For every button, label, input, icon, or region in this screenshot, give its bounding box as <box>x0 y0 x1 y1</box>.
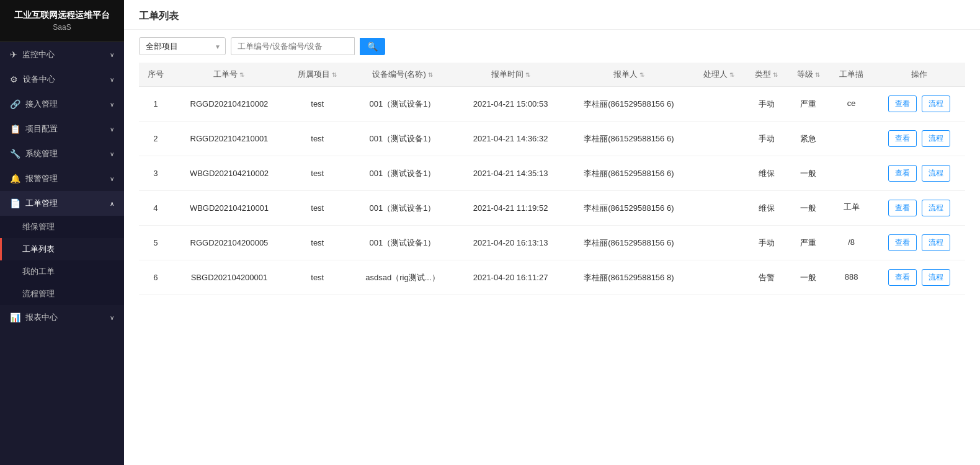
cell-report-time: 2021-04-21 14:36:32 <box>457 122 565 156</box>
sidebar-item-device[interactable]: ⚙ 设备中心 ∨ <box>0 67 124 92</box>
cell-project: test <box>286 156 349 191</box>
cell-project: test <box>286 87 349 122</box>
sidebar: 工业互联网远程运维平台 SaaS ✈ 监控中心 ∨ ⚙ 设备中心 ∨ 🔗 接入管… <box>0 0 124 465</box>
cell-report-time: 2021-04-20 16:11:27 <box>457 260 565 295</box>
cell-seq: 2 <box>139 122 172 156</box>
cell-project: test <box>286 226 349 260</box>
col-actions: 操作 <box>873 63 965 87</box>
cell-seq: 1 <box>139 87 172 122</box>
sort-icon: ⇅ <box>639 71 644 78</box>
cell-seq: 3 <box>139 156 172 191</box>
sidebar-label-system: 系统管理 <box>25 148 58 159</box>
cell-type: 手动 <box>746 87 788 122</box>
cell-report-time: 2021-04-20 16:13:13 <box>457 226 565 260</box>
cell-type: 手动 <box>746 122 788 156</box>
cell-status: 888 <box>829 260 873 295</box>
flow-button[interactable]: 流程 <box>922 269 950 286</box>
project-icon: 📋 <box>10 124 20 134</box>
table-wrapper: 序号 工单号⇅ 所属项目⇅ 设备编号(名称)⇅ 报单时间⇅ 报单人⇅ 处理人⇅ … <box>124 63 980 465</box>
cell-seq: 6 <box>139 260 172 295</box>
col-level: 等级⇅ <box>788 63 830 87</box>
sidebar-label-project: 项目配置 <box>25 123 58 135</box>
chevron-down-icon: ∨ <box>110 126 114 133</box>
cell-level: 一般 <box>788 156 830 191</box>
sidebar-nav: ✈ 监控中心 ∨ ⚙ 设备中心 ∨ 🔗 接入管理 ∨ 📋 项目配置 ∨ 🔧 系统… <box>0 42 124 330</box>
col-workorder-no: 工单号⇅ <box>172 63 286 87</box>
cell-workorder-no: SBGD202104200001 <box>172 260 286 295</box>
chevron-down-icon: ∨ <box>110 314 114 321</box>
page-title: 工单列表 <box>139 11 179 21</box>
view-button[interactable]: 查看 <box>888 95 917 112</box>
cell-reporter: 李桂丽(861529588156 6) <box>565 226 693 260</box>
cell-reporter: 李桂丽(861529588156 6) <box>565 191 693 226</box>
cell-actions: 查看 流程 <box>873 122 965 156</box>
table-row: 1 RGGD202104210002 test 001（测试设备1） 2021-… <box>139 87 965 122</box>
sidebar-item-workorder-list[interactable]: 工单列表 <box>0 238 124 260</box>
sidebar-item-system[interactable]: 🔧 系统管理 ∨ <box>0 141 124 166</box>
table-row: 5 RGGD202104200005 test 001（测试设备1） 2021-… <box>139 226 965 260</box>
cell-level: 一般 <box>788 191 830 226</box>
sidebar-item-report[interactable]: 📊 报表中心 ∨ <box>0 305 124 330</box>
table-row: 3 WBGD202104210002 test 001（测试设备1） 2021-… <box>139 156 965 191</box>
cell-device: 001（测试设备1） <box>349 191 456 226</box>
flow-button[interactable]: 流程 <box>922 95 950 112</box>
cell-actions: 查看 流程 <box>873 156 965 191</box>
view-button[interactable]: 查看 <box>888 200 917 216</box>
cell-handler <box>693 260 746 295</box>
sidebar-label-monitor: 监控中心 <box>22 49 55 60</box>
chevron-down-icon: ∨ <box>110 76 114 83</box>
sidebar-item-access[interactable]: 🔗 接入管理 ∨ <box>0 92 124 117</box>
view-button[interactable]: 查看 <box>888 165 917 182</box>
search-button[interactable]: 🔍 <box>360 38 385 55</box>
cell-level: 紧急 <box>788 122 830 156</box>
sort-icon: ⇅ <box>525 71 530 78</box>
col-report-time: 报单时间⇅ <box>457 63 565 87</box>
cell-reporter: 李桂丽(861529588156 8) <box>565 260 693 295</box>
flow-button[interactable]: 流程 <box>922 234 950 251</box>
workorder-icon: 📄 <box>10 198 20 208</box>
cell-handler <box>693 156 746 191</box>
sidebar-item-my-workorder[interactable]: 我的工单 <box>0 260 124 283</box>
table-row: 4 WBGD202104210001 test 001（测试设备1） 2021-… <box>139 191 965 226</box>
cell-device: 001（测试设备1） <box>349 156 456 191</box>
flow-button[interactable]: 流程 <box>922 130 950 147</box>
cell-project: test <box>286 191 349 226</box>
search-input[interactable] <box>231 37 355 55</box>
view-button[interactable]: 查看 <box>888 130 917 147</box>
sort-icon: ⇅ <box>332 71 337 78</box>
sidebar-label-alarm: 报警管理 <box>25 173 58 184</box>
flow-button[interactable]: 流程 <box>922 200 950 216</box>
cell-project: test <box>286 122 349 156</box>
main-content: 工单列表 全部项目 项目A 项目B 🔍 序号 工单号⇅ 所属项目⇅ 设备编号(名… <box>124 0 980 465</box>
cell-type: 维保 <box>746 191 788 226</box>
sidebar-item-monitor[interactable]: ✈ 监控中心 ∨ <box>0 42 124 67</box>
cell-level: 一般 <box>788 260 830 295</box>
sidebar-sublabel-my-workorder: 我的工单 <box>22 266 55 277</box>
sidebar-item-workorder[interactable]: 📄 工单管理 ∧ <box>0 191 124 216</box>
cell-status <box>829 156 873 191</box>
cell-seq: 4 <box>139 191 172 226</box>
cell-status: ce <box>829 87 873 122</box>
view-button[interactable]: 查看 <box>888 234 917 251</box>
col-handler: 处理人⇅ <box>693 63 746 87</box>
cell-actions: 查看 流程 <box>873 226 965 260</box>
sidebar-item-project[interactable]: 📋 项目配置 ∨ <box>0 117 124 141</box>
cell-handler <box>693 87 746 122</box>
sidebar-label-access: 接入管理 <box>25 99 58 110</box>
sidebar-item-maintenance[interactable]: 维保管理 <box>0 216 124 238</box>
view-button[interactable]: 查看 <box>888 269 917 286</box>
app-sub: SaaS <box>6 22 118 33</box>
cell-workorder-no: RGGD202104200005 <box>172 226 286 260</box>
chevron-up-icon: ∧ <box>110 200 114 207</box>
cell-type: 手动 <box>746 226 788 260</box>
app-title: 工业互联网远程运维平台 <box>6 9 118 22</box>
device-icon: ⚙ <box>10 74 18 84</box>
sidebar-label-workorder: 工单管理 <box>25 198 58 209</box>
col-project: 所属项目⇅ <box>286 63 349 87</box>
project-select[interactable]: 全部项目 项目A 项目B <box>139 37 226 55</box>
sidebar-item-flow-mgmt[interactable]: 流程管理 <box>0 283 124 305</box>
flow-button[interactable]: 流程 <box>922 165 950 182</box>
sidebar-item-alarm[interactable]: 🔔 报警管理 ∨ <box>0 166 124 191</box>
sort-icon: ⇅ <box>729 71 734 78</box>
sidebar-sublabel-maintenance: 维保管理 <box>22 221 55 232</box>
